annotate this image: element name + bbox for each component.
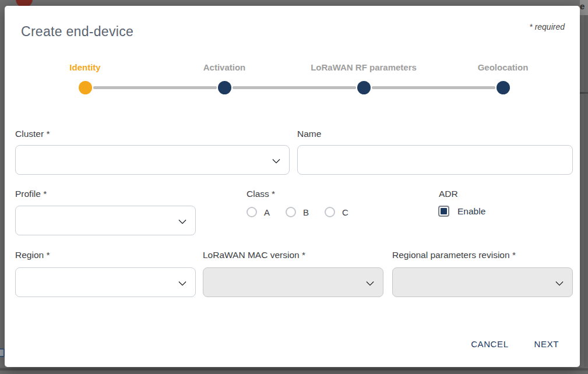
stepper-dot-geolocation[interactable] [497,81,510,94]
class-option-label: C [342,207,348,217]
cancel-button[interactable]: CANCEL [466,336,513,352]
stepper-label-geolocation[interactable]: Geolocation [433,62,573,72]
chevron-down-icon [555,278,564,286]
stepper-connector-line [233,86,356,89]
background-artifact [580,92,588,94]
class-radio-c[interactable]: C [325,207,348,217]
stepper-label-identity[interactable]: Identity [15,62,155,72]
stepper-dot-identity[interactable] [79,81,92,94]
dialog-actions: CANCEL NEXT [466,336,564,352]
background-artifact [584,0,588,374]
profile-label: Profile * [15,189,47,199]
radio-unchecked-icon [325,207,335,217]
background-artifact [0,368,588,371]
class-label: Class * [247,189,275,199]
name-field-wrapper [297,145,573,175]
name-input[interactable] [298,146,572,174]
create-end-device-dialog: Create end-device * required Identity Ac… [5,6,580,367]
chevron-down-icon [366,278,374,286]
stepper-connector-line [372,86,495,89]
regional-parameters-revision-label: Regional parameters revision * [392,250,516,260]
adr-enable-label: Enable [457,206,485,217]
cluster-label: Cluster * [15,129,50,139]
next-button[interactable]: NEXT [530,336,564,352]
class-radio-b[interactable]: B [286,207,309,217]
stepper-connector-line [93,86,217,89]
checkbox-fill [441,208,447,214]
name-label: Name [297,129,321,139]
radio-unchecked-icon [247,207,257,217]
stepper-dot-lorawan-rf-parameters[interactable] [357,81,371,94]
stepper-label-lorawan-rf-parameters[interactable]: LoRaWAN RF parameters [294,62,434,72]
region-select[interactable] [15,267,196,297]
stepper-label-activation[interactable]: Activation [154,62,294,72]
chevron-down-icon [178,278,186,286]
checkbox-checked-icon [438,206,449,217]
lorawan-mac-version-label: LoRaWAN MAC version * [203,250,305,260]
profile-select[interactable] [15,206,196,235]
background-page-text: e [580,0,588,15]
adr-label: ADR [439,189,458,199]
region-label: Region * [15,250,50,260]
stepper-dot-activation[interactable] [218,81,231,94]
class-option-label: B [303,207,309,217]
background-button-fragment [0,348,5,357]
chevron-down-icon [178,216,186,224]
lorawan-mac-version-select[interactable] [203,267,383,297]
class-option-label: A [264,207,270,217]
class-radio-a[interactable]: A [247,207,270,217]
radio-unchecked-icon [286,207,296,217]
regional-parameters-revision-select[interactable] [392,267,573,297]
chevron-down-icon [272,156,280,164]
stepper: Identity Activation LoRaWAN RF parameter… [5,6,580,105]
cluster-select[interactable] [15,145,290,175]
adr-enable-checkbox[interactable]: Enable [438,206,485,217]
